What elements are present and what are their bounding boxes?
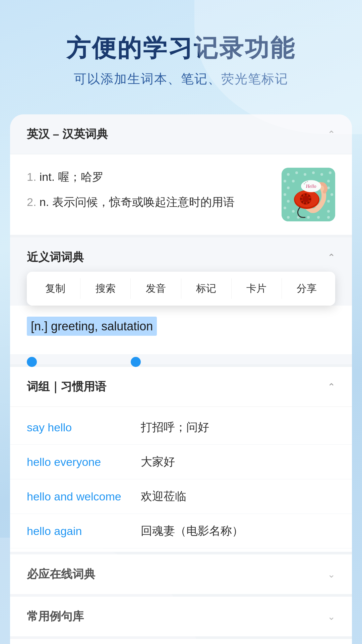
svg-point-41: [307, 181, 308, 182]
def-pos-2: n.: [40, 196, 52, 208]
svg-point-35: [301, 195, 303, 197]
svg-point-31: [307, 202, 309, 204]
synonyms-title: 近义词词典: [27, 250, 84, 265]
context-menu-search[interactable]: 搜索: [80, 278, 131, 299]
svg-point-33: [301, 201, 303, 203]
svg-point-17: [292, 210, 295, 213]
page-title: 方便的学习记录功能: [20, 34, 342, 62]
main-card: 英汉 – 汉英词典 ⌃ 1. int. 喔；哈罗 2. n. 表示问候，惊奇或唤…: [10, 114, 352, 644]
synonyms-section: 近义词词典 ⌃ 复制 搜索 发音 标记 卡片 分享 [n.] greeting,…: [10, 237, 352, 364]
svg-point-15: [327, 200, 330, 203]
definition-item-2: 2. n. 表示问候，惊奇或唤起注意时的用语: [27, 193, 275, 211]
phrase-en-2: hello everyone: [27, 455, 134, 469]
svg-point-8: [292, 180, 295, 182]
def-content-2: 表示问候，惊奇或唤起注意时的用语: [52, 196, 235, 208]
biyingonline-chevron-icon: ⌄: [327, 569, 335, 580]
context-menu-card[interactable]: 卡片: [232, 278, 282, 299]
example-sentences-title: 常用例句库: [27, 609, 84, 624]
hello-illustration: Hello: [282, 168, 335, 221]
synonyms-header[interactable]: 近义词词典 ⌃: [10, 237, 352, 265]
svg-point-10: [287, 186, 290, 189]
audio-sentences-header[interactable]: 听力原声例句 +: [10, 636, 352, 644]
svg-point-34: [300, 198, 302, 200]
svg-point-27: [302, 196, 309, 202]
selection-handle-left[interactable]: [27, 357, 37, 367]
svg-point-2: [295, 171, 298, 174]
phrase-en-4: hello again: [27, 525, 134, 538]
context-menu-share[interactable]: 分享: [282, 278, 332, 299]
dictionary-chevron-icon: ⌃: [327, 129, 335, 140]
svg-point-5: [320, 173, 323, 176]
biyingonline-title: 必应在线词典: [27, 567, 95, 582]
synonym-highlighted-text: [n.] greeting, salutation: [27, 317, 157, 336]
list-item[interactable]: say hello 打招呼；问好: [10, 410, 352, 445]
context-menu-copy[interactable]: 复制: [30, 278, 80, 299]
svg-point-11: [327, 186, 330, 189]
svg-point-14: [287, 200, 290, 203]
svg-point-22: [317, 216, 320, 219]
definition-text: 1. int. 喔；哈罗 2. n. 表示问候，惊奇或唤起注意时的用语: [27, 168, 275, 218]
def-pos-1: int.: [40, 170, 58, 183]
list-item[interactable]: hello everyone 大家好: [10, 445, 352, 479]
list-item[interactable]: hello again 回魂妻（电影名称）: [10, 514, 352, 548]
phrase-en-1: say hello: [27, 421, 134, 434]
phrase-list: say hello 打招呼；问好 hello everyone 大家好 hell…: [10, 407, 352, 552]
bottom-sections: 必应在线词典 ⌄ 常用例句库 ⌄ 听力原声例句 +: [10, 552, 352, 644]
example-sentences-header[interactable]: 常用例句库 ⌄: [10, 594, 352, 636]
svg-point-40: [305, 182, 306, 183]
example-sentences-chevron-icon: ⌄: [327, 611, 335, 622]
phrases-header[interactable]: 词组｜习惯用语 ⌃: [10, 364, 352, 407]
svg-point-1: [287, 173, 290, 176]
svg-point-9: [327, 180, 330, 182]
def-num-2: 2.: [27, 196, 40, 208]
svg-point-28: [305, 194, 307, 196]
biyingonline-header[interactable]: 必应在线词典 ⌄: [10, 552, 352, 594]
phrases-title: 词组｜习惯用语: [27, 379, 106, 394]
definition-item-1: 1. int. 喔；哈罗: [27, 168, 275, 186]
phrase-zh-4: 回魂妻（电影名称）: [141, 523, 243, 539]
svg-point-7: [284, 180, 286, 182]
header-section: 方便的学习记录功能 可以添加生词本、笔记、荧光笔标记: [0, 0, 362, 108]
def-num-1: 1.: [27, 170, 40, 183]
synonym-text-area: [n.] greeting, salutation: [10, 306, 352, 354]
selection-handle-right[interactable]: [131, 357, 141, 367]
definition-card: 1. int. 喔；哈罗 2. n. 表示问候，惊奇或唤起注意时的用语: [10, 154, 352, 237]
svg-point-13: [330, 193, 333, 196]
list-item[interactable]: hello and welcome 欢迎莅临: [10, 479, 352, 514]
svg-point-23: [327, 216, 330, 219]
svg-point-39: [304, 183, 305, 184]
svg-point-12: [284, 193, 286, 196]
page-wrapper: 方便的学习记录功能 可以添加生词本、笔记、荧光笔标记 英汉 – 汉英词典 ⌃ 1…: [0, 0, 362, 644]
svg-text:Hello: Hello: [305, 184, 316, 189]
svg-point-18: [327, 210, 330, 213]
svg-point-6: [329, 171, 331, 174]
dictionary-section-title: 英汉 – 汉英词典: [27, 126, 108, 142]
svg-point-21: [307, 216, 310, 219]
svg-point-3: [304, 173, 306, 176]
synonyms-chevron-icon: ⌃: [327, 252, 335, 263]
svg-point-30: [309, 198, 311, 200]
svg-point-32: [304, 202, 306, 204]
phrase-zh-3: 欢迎莅临: [141, 489, 186, 504]
selection-handles: [10, 354, 352, 364]
svg-point-19: [287, 216, 290, 219]
dictionary-section-header[interactable]: 英汉 – 汉英词典 ⌃: [10, 114, 352, 154]
svg-point-16: [284, 207, 286, 209]
phrases-chevron-icon: ⌃: [327, 381, 335, 392]
svg-point-4: [312, 171, 315, 174]
phrase-zh-1: 打招呼；问好: [141, 420, 209, 435]
context-menu-mark[interactable]: 标记: [181, 278, 232, 299]
phrases-section: 词组｜习惯用语 ⌃ say hello 打招呼；问好 hello everyon…: [10, 364, 352, 552]
phrase-en-3: hello and welcome: [27, 490, 134, 503]
def-content-1: 喔；哈罗: [58, 170, 104, 183]
context-menu-pronounce[interactable]: 发音: [131, 278, 181, 299]
context-menu: 复制 搜索 发音 标记 卡片 分享: [27, 272, 335, 306]
page-subtitle: 可以添加生词本、笔记、荧光笔标记: [20, 70, 342, 88]
phrase-zh-2: 大家好: [141, 454, 175, 470]
svg-point-29: [308, 195, 310, 197]
